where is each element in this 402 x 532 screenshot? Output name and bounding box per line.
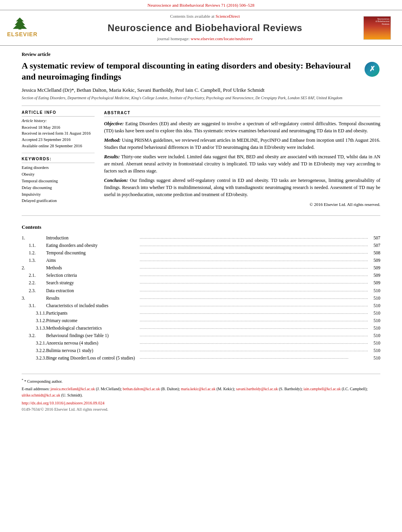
page-container: Neuroscience and Biobehavioral Reviews 7…	[0, 0, 402, 532]
toc-dots: ……………………………………………………………………………………………………………	[140, 309, 368, 317]
journal-header-left: ELSEVIER	[7, 17, 47, 39]
conclusion-label: Conclusion:	[104, 178, 128, 183]
toc-row: 2.2. Search strategy ……………………………………………………	[22, 279, 380, 287]
toc-row: 3.1.1. Participants ………………………………………………………	[22, 309, 380, 317]
footnote-star: *	[22, 378, 23, 382]
toc-subsubnum: 3.1.2.	[22, 317, 46, 324]
doi-line: http://dx.doi.org/10.1016/j.neubiorev.20…	[22, 400, 380, 406]
journal-thumbnail: Neuroscience& BiobehavioralReviews	[363, 16, 391, 40]
toc-label: Results	[46, 294, 140, 302]
toc-dots: ……………………………………………………………………………………………………………	[140, 317, 368, 324]
contents-title: Contents	[22, 224, 380, 231]
toc-label: Introduction	[46, 234, 140, 241]
toc-subnum: 2.1.	[22, 272, 46, 279]
toc-page: 509	[368, 279, 380, 287]
toc-label: Behavioural findings (see Table 1)	[46, 332, 140, 339]
elsevier-tree-icon	[7, 17, 33, 30]
email-campbell[interactable]: iain.campbell@kcl.ac.uk	[303, 387, 341, 391]
toc-label: Primary outcome	[46, 317, 140, 324]
email-bartholdy[interactable]: savani.bartholdy@kcl.ac.uk	[236, 387, 278, 391]
email-schmidt[interactable]: ulrike.schmidt@kcl.ac.uk	[22, 393, 60, 397]
toc-label: Binge eating Disorder/Loss of control (5…	[46, 354, 140, 362]
toc-row: 1.3. Aims …………………………………………………………………………………	[22, 257, 380, 264]
elsevier-logo: ELSEVIER	[7, 17, 43, 39]
footer-section: * * Corresponding author. E-mail address…	[22, 374, 380, 413]
keywords-section: Keywords: Eating disorders Obesity Tempo…	[22, 156, 95, 204]
toc-dots: ……………………………………………………………………………………………………………	[140, 257, 368, 264]
toc-subnum: 3.1.	[22, 302, 46, 309]
toc-row: 3.2. Behavioural findings (see Table 1) …	[22, 332, 380, 339]
authors-line: Jessica McClelland (Dr)*, Bethan Dalton,…	[22, 87, 380, 94]
history-label: Article history:	[22, 118, 95, 124]
toc-row: 2. Methods ………………………………………………………………………………	[22, 264, 380, 272]
conclusion-text: Our findings suggest altered self-regula…	[104, 178, 380, 197]
toc-row: 2.3. Data extraction ……………………………………………………	[22, 287, 380, 294]
email-mcclelland[interactable]: jessica.mcclelland@kcl.ac.uk	[50, 387, 95, 391]
toc-page: 510	[368, 317, 380, 324]
journal-homepage-link[interactable]: www.elsevier.com/locate/neubiorev	[191, 36, 253, 41]
keyword-1: Eating disorders	[22, 165, 95, 171]
toc-subnum: 1.2.	[22, 249, 46, 257]
toc-row: 1. Introduction …………………………………………………………………	[22, 234, 380, 241]
toc-row: 3.2.2. Bulimia nervosa (1 study) ……………………	[22, 347, 380, 354]
toc-dots: ……………………………………………………………………………………………………………	[140, 339, 368, 347]
crossmark-logo: ✗	[365, 62, 380, 78]
divider-1	[22, 106, 380, 106]
affiliation-line: Section of Eating Disorders, Department …	[22, 95, 380, 101]
toc-row: 3.2.3. Binge eating Disorder/Loss of con…	[22, 354, 380, 362]
journal-header-right: Neuroscience& BiobehavioralReviews	[363, 16, 395, 40]
results-label: Results:	[104, 154, 120, 159]
email-kekic[interactable]: maria.kekic@kcl.ac.uk	[181, 387, 216, 391]
toc-label: Characteristics of included studies	[46, 302, 140, 309]
toc-page: 510	[368, 302, 380, 309]
toc-page: 510	[368, 354, 380, 362]
toc-page: 507	[368, 241, 380, 249]
toc-dots: ……………………………………………………………………………………………………………	[140, 302, 368, 309]
article-title-section: A systematic review of temporal discount…	[22, 60, 380, 83]
sciencedirect-link[interactable]: ScienceDirect	[216, 14, 240, 19]
toc-label: Bulimia nervosa (1 study)	[46, 347, 140, 354]
journal-citation: Neuroscience and Biobehavioral Reviews 7…	[147, 3, 254, 7]
method-label: Method:	[104, 137, 121, 143]
toc-row: 3.2.1. Anorexia nervosa (4 studies) ……………	[22, 339, 380, 347]
objective-label: Objective:	[104, 121, 124, 126]
toc-table: 1. Introduction …………………………………………………………………	[22, 234, 380, 362]
journal-title-header: Neuroscience and Biobehavioral Reviews	[50, 21, 359, 35]
keyword-6: Delayed gratification	[22, 198, 95, 204]
toc-row: 3.1.2. Primary outcome ………………………………………………	[22, 317, 380, 324]
divider-2	[22, 215, 380, 216]
toc-dots: ……………………………………………………………………………………………………………	[140, 287, 368, 294]
toc-subnum: 3.2.	[22, 332, 46, 339]
toc-label: Data extraction	[46, 287, 140, 294]
keyword-3: Temporal discounting	[22, 178, 95, 185]
toc-label: Selection criteria	[46, 272, 140, 279]
toc-label: Methods	[46, 264, 140, 272]
toc-dots: ……………………………………………………………………………………………………………	[140, 241, 368, 249]
top-citation-bar: Neuroscience and Biobehavioral Reviews 7…	[0, 0, 402, 10]
abstract-column: Abstract Objective: Eating Disorders (ED…	[104, 110, 380, 208]
toc-page: 508	[368, 249, 380, 257]
keyword-2: Obesity	[22, 171, 95, 178]
doi-link[interactable]: http://dx.doi.org/10.1016/j.neubiorev.20…	[22, 401, 104, 405]
toc-label: Aims	[46, 257, 140, 264]
abstract-text: Objective: Eating Disorders (ED) and obe…	[104, 120, 380, 198]
toc-page: 509	[368, 264, 380, 272]
toc-dots: ……………………………………………………………………………………………………………	[140, 279, 368, 287]
received-date: Received 18 May 2016	[22, 125, 95, 131]
accepted-date: Accepted 23 September 2016	[22, 137, 95, 143]
toc-dots: ……………………………………………………………………………………………………………	[140, 272, 368, 279]
divider-keywords	[22, 153, 95, 153]
abstract-results: Results: Thirty-one studies were include…	[104, 153, 380, 174]
toc-dots: ……………………………………………………………………………………………………………	[140, 234, 368, 241]
keyword-5: Impulsivity	[22, 191, 95, 198]
toc-page: 510	[368, 294, 380, 302]
thumbnail-text: Neuroscience& BiobehavioralReviews	[376, 18, 389, 26]
contents-available: Contents lists available at ScienceDirec…	[50, 13, 359, 19]
email-dalton[interactable]: bethan.dalton@kcl.ac.uk	[123, 387, 160, 391]
objective-text: Eating Disorders (ED) and obesity are su…	[104, 121, 380, 133]
corresponding-label: * Corresponding author.	[24, 379, 63, 384]
toc-row: 1.2. Temporal discounting ………………………………………	[22, 249, 380, 257]
toc-row: 2.1. Selection criteria ……………………………………………	[22, 272, 380, 279]
toc-dots: ……………………………………………………………………………………………………………	[140, 249, 368, 257]
toc-num: 2.	[22, 264, 46, 272]
